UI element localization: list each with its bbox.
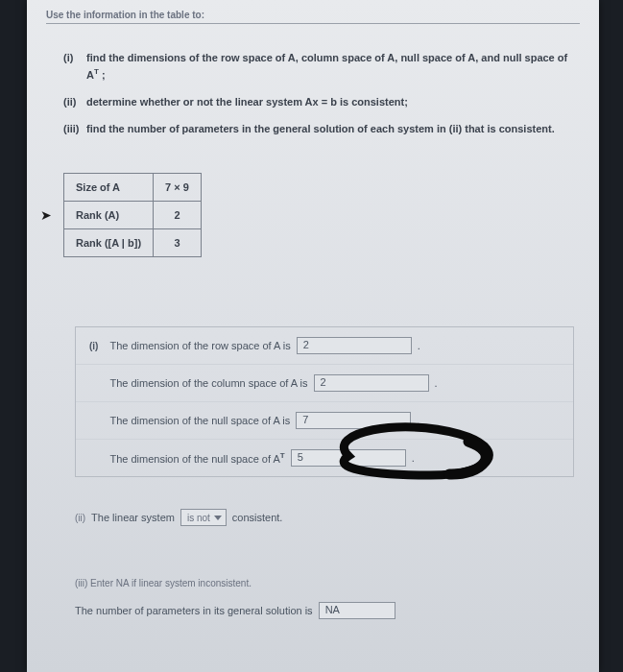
question-iii-label: (iii) xyxy=(63,123,86,134)
question-i-label: (i) xyxy=(63,52,86,63)
col-space-text: The dimension of the column space of A i… xyxy=(109,377,307,389)
null-space-t-body: The dimension of the null space of A xyxy=(109,453,279,465)
answers-part-iii: (iii) Enter NA if linear system inconsis… xyxy=(75,578,574,619)
consistency-dropdown[interactable]: is not xyxy=(180,509,227,526)
table-row: Rank ([A | b]) 3 xyxy=(64,229,202,257)
col-space-input[interactable]: 2 xyxy=(314,374,429,392)
table-row: Size of A 7 × 9 xyxy=(64,174,202,202)
row-space-input[interactable]: 2 xyxy=(297,337,412,354)
answer-row-rowspace: (i) The dimension of the row space of A … xyxy=(76,327,573,365)
table-label: Size of A xyxy=(64,174,154,202)
answer-row-colspace: (i) The dimension of the column space of… xyxy=(76,365,573,402)
question-iii: (iii) find the number of parameters in t… xyxy=(63,121,582,137)
question-list: (i) find the dimensions of the row space… xyxy=(63,50,582,149)
answers-part-ii: (ii) The linear system is not consistent… xyxy=(75,509,574,526)
parameters-text: The number of parameters in its general … xyxy=(75,605,313,616)
worksheet-page: Use the information in the table to: (i)… xyxy=(27,0,599,672)
period: . xyxy=(418,340,420,351)
null-space-t-text: The dimension of the null space of AT xyxy=(109,451,284,465)
table-label: Rank ([A | b]) xyxy=(64,229,154,257)
part-iii-hint: Enter NA if linear system inconsistent. xyxy=(90,578,252,588)
question-ii: (ii) determine whether or not the linear… xyxy=(63,94,582,110)
answer-row-nullspace-t: (i) The dimension of the null space of A… xyxy=(76,440,573,476)
period: . xyxy=(435,377,438,389)
dropdown-value: is not xyxy=(187,513,210,523)
period: . xyxy=(417,415,419,426)
question-i-text: find the dimensions of the row space of … xyxy=(86,50,582,83)
null-space-text: The dimension of the null space of A is xyxy=(109,415,290,426)
table-label: Rank (A) xyxy=(64,202,154,229)
answers-part-i: (i) The dimension of the row space of A … xyxy=(75,326,574,477)
period: . xyxy=(412,452,415,464)
table-row: Rank (A) 2 xyxy=(64,202,202,229)
part-ii-label: (ii) xyxy=(75,513,85,523)
null-space-t-input[interactable]: 5 xyxy=(291,449,406,467)
table-value: 3 xyxy=(154,229,202,257)
header-instruction: Use the information in the table to: xyxy=(46,10,204,20)
question-ii-label: (ii) xyxy=(63,96,86,108)
cursor-icon: ➤ xyxy=(40,207,52,223)
table-value: 7 × 9 xyxy=(154,174,202,202)
chevron-down-icon xyxy=(214,516,222,520)
question-i-body: find the dimensions of the row space of … xyxy=(86,52,567,80)
parameters-input[interactable]: NA xyxy=(319,602,395,619)
question-i-end: ; xyxy=(99,68,106,80)
header-rule xyxy=(46,23,580,24)
answer-row-nullspace: (i) The dimension of the null space of A… xyxy=(76,402,573,440)
row-space-text: The dimension of the row space of A is xyxy=(109,340,290,351)
question-i: (i) find the dimensions of the row space… xyxy=(63,50,582,83)
given-table: Size of A 7 × 9 Rank (A) 2 Rank ([A | b]… xyxy=(63,173,202,257)
answers-i-label: (i) xyxy=(89,341,98,351)
question-ii-text: determine whether or not the linear syst… xyxy=(86,94,408,110)
linear-system-text-a: The linear system xyxy=(91,512,175,523)
null-space-input[interactable]: 7 xyxy=(296,412,411,429)
question-iii-text: find the number of parameters in the gen… xyxy=(86,121,555,137)
linear-system-text-b: consistent. xyxy=(232,512,283,523)
null-space-t-sup: T xyxy=(280,451,285,460)
part-iii-label: (iii) xyxy=(75,578,87,588)
table-value: 2 xyxy=(154,202,202,229)
